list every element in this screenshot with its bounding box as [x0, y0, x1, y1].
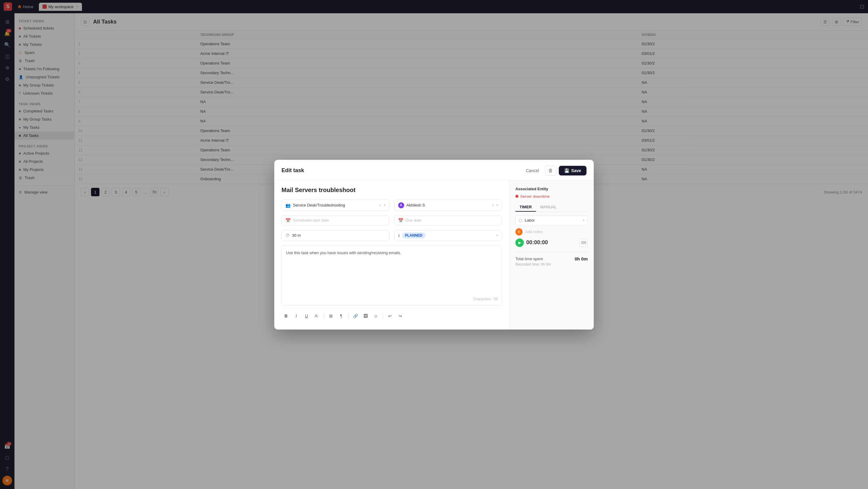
associated-entity-label: Associated Entity — [516, 187, 588, 191]
tab-timer[interactable]: TIMER — [516, 203, 536, 212]
edit-task-modal: Edit task Cancel 🗑 💾 Save 👥 Service — [274, 160, 594, 330]
info-icon: ℹ — [398, 233, 400, 238]
underline-btn[interactable]: U — [302, 311, 311, 320]
form-row-dates: 📅 Scheduled start date 📅 Due date — [281, 215, 502, 225]
status-badge: PLANNED — [402, 233, 426, 239]
assignee-value: Akhilesh S — [407, 203, 490, 207]
description-text: Use this task when you have issues with … — [286, 250, 401, 255]
cancel-button[interactable]: Cancel — [522, 166, 543, 175]
delete-button[interactable]: 🗑 — [545, 166, 556, 176]
notes-user-avatar: R — [516, 228, 523, 236]
table-btn[interactable]: ⊞ — [327, 311, 336, 320]
assignee-field[interactable]: A Akhilesh S × ▾ — [394, 200, 502, 211]
modal-backdrop[interactable]: Edit task Cancel 🗑 💾 Save 👥 Service — [0, 0, 868, 489]
toolbar-sep-2 — [348, 313, 348, 319]
total-time-section: Total time spent 0h 0m Recorded time: 0h… — [516, 252, 588, 267]
timer-time: 00:00:00 — [526, 239, 577, 246]
assignee-arrow-icon[interactable]: ▾ — [496, 204, 498, 207]
department-arrow-icon[interactable]: ▾ — [384, 204, 385, 207]
calendar-icon: 📅 — [285, 218, 290, 223]
toolbar-sep-1 — [324, 313, 324, 319]
status-field[interactable]: ℹ PLANNED ▾ — [394, 230, 502, 241]
editor-toolbar: B I U A↕ ⊞ ¶ 🔗 🖼 ☺ ↩ ↪ — [281, 308, 502, 324]
labor-arrow-icon: ▾ — [583, 219, 584, 222]
status-arrow-icon[interactable]: ▾ — [496, 234, 498, 237]
total-time-value: 0h 0m — [575, 256, 588, 262]
timer-play-btn[interactable]: ▶ — [516, 239, 524, 247]
modal-body: 👥 Service Desk/Troubleshooting × ▾ A Akh… — [274, 181, 594, 330]
task-title-input[interactable] — [281, 187, 502, 193]
toolbar-sep-3 — [383, 313, 383, 319]
labor-icon: ⬡ — [519, 218, 522, 223]
associated-entity-link[interactable]: Server downtime — [516, 194, 588, 199]
timer-keyboard-btn[interactable]: ⌨ — [579, 239, 588, 247]
description-area[interactable]: Use this task when you have issues with … — [281, 245, 502, 306]
modal-header: Edit task Cancel 🗑 💾 Save — [274, 160, 594, 181]
modal-title: Edit task — [281, 167, 522, 174]
paragraph-btn[interactable]: ¶ — [337, 311, 346, 320]
entity-dot-icon — [516, 195, 518, 198]
labor-select[interactable]: ⬡ Labor ▾ — [516, 216, 588, 225]
assignee-avatar: A — [398, 202, 404, 208]
font-size-btn[interactable]: A↕ — [312, 311, 321, 320]
clock-icon: ⏱ — [285, 233, 290, 238]
department-icon: 👥 — [285, 203, 290, 208]
notes-row: R Add notes — [516, 228, 588, 236]
duration-value: 30 m — [292, 233, 385, 238]
form-row-duration-status: ⏱ 30 m ℹ PLANNED ▾ — [281, 230, 502, 241]
labor-value: Labor — [525, 218, 583, 222]
modal-main-content: 👥 Service Desk/Troubleshooting × ▾ A Akh… — [274, 181, 509, 330]
entity-name: Server downtime — [520, 194, 550, 199]
save-button[interactable]: 💾 Save — [559, 166, 587, 176]
image-btn[interactable]: 🖼 — [361, 311, 370, 320]
department-clear-btn[interactable]: × — [379, 203, 381, 207]
undo-btn[interactable]: ↩ — [385, 311, 395, 320]
link-btn[interactable]: 🔗 — [351, 311, 360, 320]
start-date-field[interactable]: 📅 Scheduled start date — [281, 215, 390, 225]
modal-actions: Cancel 🗑 💾 Save — [522, 166, 587, 176]
modal-sidebar-panel: Associated Entity Server downtime TIMER … — [509, 181, 594, 330]
start-date-placeholder: Scheduled start date — [293, 218, 329, 222]
emoji-btn[interactable]: ☺ — [371, 311, 380, 320]
char-count: Characters : 65 — [473, 296, 498, 302]
due-date-icon: 📅 — [398, 218, 403, 223]
bold-btn[interactable]: B — [281, 311, 290, 320]
duration-field[interactable]: ⏱ 30 m — [281, 230, 390, 241]
redo-btn[interactable]: ↪ — [396, 311, 405, 320]
notes-input[interactable]: Add notes — [525, 230, 588, 234]
assignee-clear-btn[interactable]: × — [492, 203, 494, 207]
italic-btn[interactable]: I — [292, 311, 301, 320]
due-date-placeholder: Due date — [406, 218, 422, 222]
form-row-dept-assignee: 👥 Service Desk/Troubleshooting × ▾ A Akh… — [281, 200, 502, 211]
total-time-label: Total time spent — [516, 256, 543, 261]
tab-manual[interactable]: MANUAL — [536, 203, 561, 212]
recorded-time: Recorded time: 0h 0m — [516, 262, 588, 267]
department-value: Service Desk/Troubleshooting — [293, 203, 377, 207]
department-field[interactable]: 👥 Service Desk/Troubleshooting × ▾ — [281, 200, 390, 211]
due-date-field[interactable]: 📅 Due date — [394, 215, 502, 225]
timer-tabs: TIMER MANUAL — [516, 203, 588, 212]
save-icon: 💾 — [564, 168, 569, 173]
timer-display: ▶ 00:00:00 ⌨ — [516, 239, 588, 247]
